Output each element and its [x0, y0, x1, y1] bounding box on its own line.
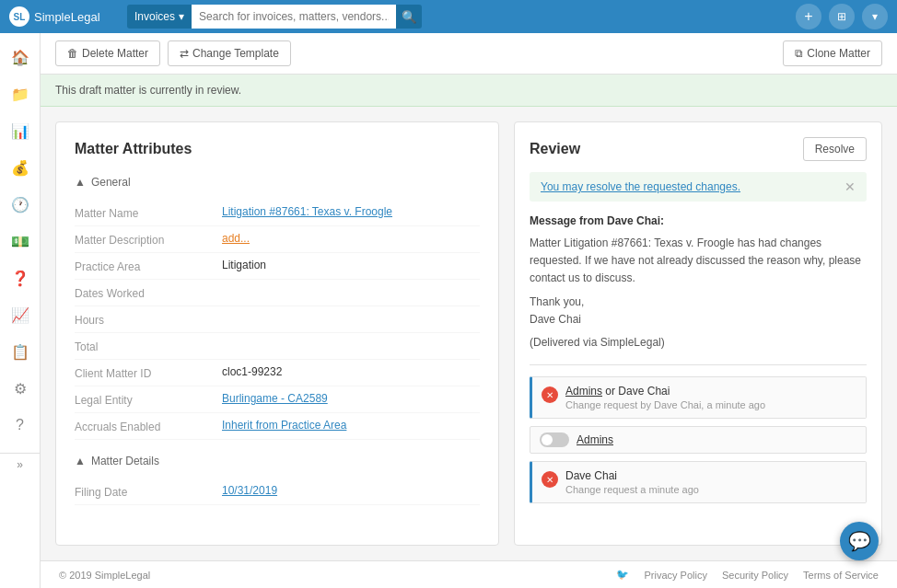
- field-label-filing-date: Filing Date: [75, 484, 222, 499]
- field-label-client-matter-id: Client Matter ID: [75, 365, 222, 380]
- admins-toggle[interactable]: [540, 432, 569, 447]
- account-dropdown[interactable]: ▾: [862, 4, 888, 29]
- field-row-matter-name: Matter Name Litigation #87661: Texas v. …: [75, 200, 480, 226]
- clone-icon: ⧉: [795, 47, 803, 60]
- field-row-client-matter-id: Client Matter ID cloc1-99232: [75, 360, 480, 386]
- field-label-practice-area: Practice Area: [75, 259, 222, 273]
- sidebar-item-time[interactable]: 🕐: [4, 188, 37, 221]
- message-line-2: Thank you,Dave Chai: [530, 294, 867, 329]
- sidebar-item-home[interactable]: 🏠: [4, 40, 37, 74]
- sidebar-item-reports[interactable]: 📈: [4, 298, 37, 331]
- review-item-dave-chai: ✕ Dave Chai Change request a minute ago: [530, 461, 867, 503]
- clone-matter-button[interactable]: ⧉ Clone Matter: [783, 40, 882, 66]
- collapse-icon-details: ▲: [75, 455, 86, 467]
- trash-icon: 🗑: [67, 47, 78, 60]
- collapse-icon: ▲: [75, 176, 86, 189]
- field-value-total: [222, 339, 480, 353]
- main-content: 🗑 Delete Matter ⇄ Change Template ⧉ Clon…: [41, 33, 897, 588]
- matter-details-section-header[interactable]: ▲ Matter Details: [75, 455, 480, 467]
- admins-toggle-row: Admins: [530, 426, 867, 454]
- review-items: ✕ Admins or Dave Chai Change request by …: [530, 364, 867, 503]
- top-navigation: SL SimpleLegal Invoices ▾ 🔍 + ⊞ ▾: [0, 0, 897, 33]
- sidebar-item-documents[interactable]: 📋: [4, 335, 37, 368]
- toolbar: 🗑 Delete Matter ⇄ Change Template ⧉ Clon…: [41, 33, 897, 75]
- review-item-dave-chai-content: Dave Chai Change request a minute ago: [565, 469, 856, 495]
- field-row-matter-description: Matter Description add...: [75, 226, 480, 253]
- message-line-3: (Delivered via SimpleLegal): [530, 334, 867, 352]
- user-menu-button[interactable]: ⊞: [829, 4, 855, 29]
- resolve-link[interactable]: You may resolve the requested changes.: [541, 180, 740, 193]
- delete-matter-button[interactable]: 🗑 Delete Matter: [55, 40, 160, 66]
- twitter-icon[interactable]: 🐦: [616, 569, 629, 581]
- admins-label[interactable]: Admins: [577, 433, 613, 446]
- review-item-admins-dave-name: Admins or Dave Chai: [565, 385, 856, 398]
- chevron-down-icon: ▾: [179, 10, 184, 23]
- footer-copyright: © 2019 SimpleLegal: [59, 570, 150, 581]
- sidebar: 🏠 📁 📊 💰 🕐 💵 ❓ 📈 📋 ⚙ ? »: [0, 33, 41, 588]
- field-label-legal-entity: Legal Entity: [75, 392, 222, 407]
- privacy-policy-link[interactable]: Privacy Policy: [644, 570, 706, 581]
- field-value-matter-name[interactable]: Litigation #87661: Texas v. Froogle: [222, 205, 480, 220]
- add-button[interactable]: +: [796, 4, 821, 29]
- field-value-practice-area: Litigation: [222, 259, 480, 273]
- field-row-filing-date: Filing Date 10/31/2019: [75, 478, 480, 505]
- field-value-accruals-enabled[interactable]: Inherit from Practice Area: [222, 419, 480, 433]
- field-label-dates-worked: Dates Worked: [75, 285, 222, 300]
- field-value-hours: [222, 312, 480, 327]
- chevron-down-icon: ▾: [872, 10, 878, 23]
- change-template-button[interactable]: ⇄ Change Template: [168, 40, 291, 66]
- review-item-dave-chai-name: Dave Chai: [565, 469, 856, 482]
- sidebar-item-files[interactable]: 📁: [4, 77, 37, 110]
- grid-icon: ⊞: [837, 10, 846, 23]
- resolve-banner: You may resolve the requested changes. ✕: [530, 172, 867, 202]
- search-area: Invoices ▾ 🔍: [127, 5, 422, 29]
- review-info-banner: This draft matter is currently in review…: [41, 75, 897, 107]
- invoices-dropdown[interactable]: Invoices ▾: [127, 5, 192, 29]
- plus-icon: +: [804, 8, 812, 25]
- search-icon: 🔍: [402, 10, 417, 24]
- sidebar-expand-button[interactable]: »: [0, 453, 41, 475]
- message-section: Message from Dave Chai: Matter Litigatio…: [530, 214, 867, 352]
- field-label-hours: Hours: [75, 312, 222, 327]
- review-item-admins-dave: ✕ Admins or Dave Chai Change request by …: [530, 376, 867, 419]
- footer: © 2019 SimpleLegal 🐦 Privacy Policy Secu…: [41, 560, 897, 588]
- resolve-button[interactable]: Resolve: [803, 137, 867, 161]
- field-label-accruals-enabled: Accruals Enabled: [75, 419, 222, 433]
- change-icon: ⇄: [180, 47, 189, 60]
- logo: SL SimpleLegal: [9, 6, 120, 27]
- message-body: Matter Litigation #87661: Texas v. Froog…: [530, 235, 867, 352]
- matter-attributes-title: Matter Attributes: [75, 141, 480, 157]
- review-title: Review: [530, 141, 580, 157]
- chat-icon: 💬: [848, 530, 871, 552]
- general-section-header[interactable]: ▲ General: [75, 176, 480, 189]
- field-value-client-matter-id: cloc1-99232: [222, 365, 480, 380]
- security-policy-link[interactable]: Security Policy: [722, 570, 788, 581]
- sidebar-item-billing[interactable]: 💰: [4, 151, 37, 184]
- sidebar-item-analytics[interactable]: 📊: [4, 114, 37, 147]
- field-value-matter-description[interactable]: add...: [222, 232, 480, 247]
- review-item-admins-dave-content: Admins or Dave Chai Change request by Da…: [565, 385, 856, 410]
- review-panel: Review Resolve You may resolve the reque…: [514, 121, 882, 546]
- panels-container: Matter Attributes ▲ General Matter Name …: [41, 107, 897, 560]
- terms-of-service-link[interactable]: Terms of Service: [803, 570, 879, 581]
- search-button[interactable]: 🔍: [396, 5, 422, 29]
- matter-attributes-panel: Matter Attributes ▲ General Matter Name …: [55, 121, 499, 546]
- sidebar-item-help[interactable]: ❓: [4, 261, 37, 294]
- sidebar-item-settings[interactable]: ⚙: [4, 372, 37, 405]
- field-row-dates-worked: Dates Worked: [75, 280, 480, 306]
- sidebar-item-support[interactable]: ?: [4, 409, 37, 442]
- field-row-legal-entity: Legal Entity Burlingame - CA2589: [75, 386, 480, 413]
- resolve-close-button[interactable]: ✕: [845, 179, 856, 194]
- remove-dave-chai-button[interactable]: ✕: [542, 471, 558, 488]
- remove-admins-dave-button[interactable]: ✕: [542, 386, 558, 403]
- admins-link[interactable]: Admins: [565, 385, 602, 398]
- chat-button[interactable]: 💬: [840, 522, 879, 560]
- field-row-practice-area: Practice Area Litigation: [75, 253, 480, 280]
- field-value-filing-date[interactable]: 10/31/2019: [222, 484, 480, 499]
- field-value-legal-entity[interactable]: Burlingame - CA2589: [222, 392, 480, 407]
- logo-icon: SL: [9, 6, 29, 27]
- field-label-matter-name: Matter Name: [75, 205, 222, 220]
- nav-right: + ⊞ ▾: [796, 4, 888, 29]
- sidebar-item-invoices[interactable]: 💵: [4, 225, 37, 258]
- search-input[interactable]: [192, 5, 396, 29]
